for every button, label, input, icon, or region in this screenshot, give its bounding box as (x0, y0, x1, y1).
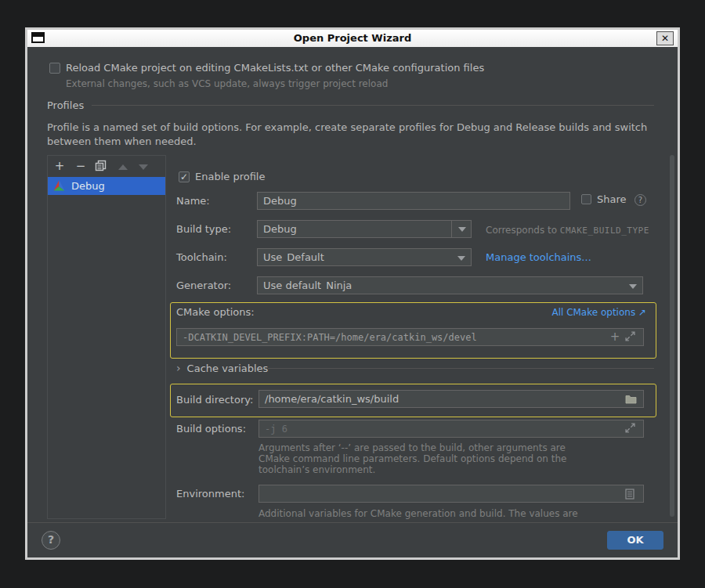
build-type-value: Debug (263, 223, 297, 235)
build-directory-input[interactable]: /home/era/catkin_ws/build (258, 390, 644, 408)
open-project-wizard-dialog: Open Project Wizard ✕ Reload CMake proje… (25, 27, 680, 560)
cmake-options-label: CMake options: (176, 306, 255, 318)
build-directory-value: /home/era/catkin_ws/build (265, 393, 399, 405)
profiles-list-panel: + − Debug (47, 155, 166, 519)
move-up-button[interactable] (118, 164, 128, 170)
profiles-description-line2: between them when needed. (47, 135, 197, 147)
remove-profile-button[interactable]: − (74, 161, 87, 173)
toolchain-label: Toolchain: (176, 251, 227, 263)
reload-cmake-note: External changes, such as VCS update, al… (66, 78, 388, 89)
profiles-section-title: Profiles (47, 99, 84, 111)
chevron-down-icon (458, 227, 466, 232)
generator-value-muted: Ninja (326, 280, 352, 291)
help-button[interactable]: ? (42, 531, 60, 550)
cmake-options-input[interactable]: -DCATKIN_DEVEL_PREFIX:PATH=/home/era/cat… (176, 328, 644, 346)
environment-variables-icon[interactable] (625, 489, 638, 501)
move-down-button[interactable] (139, 164, 148, 170)
enable-profile-checkbox[interactable]: ✓ (179, 171, 190, 182)
environment-label: Environment: (176, 488, 244, 500)
environment-help: Additional variables for CMake generatio… (258, 508, 578, 519)
environment-input[interactable] (258, 485, 644, 503)
generator-combobox[interactable]: Use default Ninja (257, 276, 643, 294)
dialog-title: Open Project Wizard (27, 32, 678, 44)
share-help-icon[interactable]: ? (634, 194, 646, 206)
profile-item-label: Debug (71, 180, 105, 192)
build-type-combobox[interactable]: Debug (257, 220, 472, 238)
toolchain-value-muted: Default (287, 251, 324, 263)
build-options-help-line3: toolchain’s environment. (258, 464, 375, 475)
chevron-right-icon: › (176, 362, 181, 374)
build-options-help-line2: CMake command line parameters. Default o… (258, 453, 566, 464)
name-value: Debug (263, 195, 297, 207)
build-directory-label: Build directory: (176, 394, 253, 406)
expand-editor-icon[interactable] (625, 423, 638, 435)
build-options-help-line1: Arguments after ‘--’ are passed to the b… (258, 442, 566, 453)
profiles-divider (92, 105, 654, 106)
build-options-placeholder: -j 6 (265, 424, 287, 435)
titlebar[interactable]: Open Project Wizard ✕ (27, 30, 678, 47)
enable-profile-label: Enable profile (195, 171, 265, 182)
share-checkbox[interactable] (581, 194, 591, 204)
cache-variables-divider (268, 368, 654, 369)
build-type-label: Build type: (176, 223, 231, 235)
build-type-hint: Corresponds to CMAKE_BUILD_TYPE (486, 225, 649, 236)
profiles-description-line1: Profile is a named set of build options.… (47, 121, 647, 133)
profile-list-item-debug[interactable]: Debug (48, 177, 165, 195)
chevron-down-icon (457, 256, 465, 261)
share-label: Share (597, 193, 627, 205)
toolchain-combobox[interactable]: Use Default (257, 248, 472, 266)
close-button[interactable]: ✕ (656, 31, 674, 45)
generator-label: Generator: (176, 280, 231, 291)
build-type-hint-code: CMAKE_BUILD_TYPE (560, 225, 649, 236)
name-label: Name: (176, 195, 210, 207)
cache-variables-toggle[interactable]: ›Cache variables (176, 362, 268, 374)
toolchain-value: Use (263, 251, 282, 263)
all-cmake-options-link[interactable]: All CMake options ↗ (551, 307, 646, 318)
desktop-background: { "window": { "title": "Open Project Wiz… (0, 0, 705, 588)
cmake-options-value: -DCATKIN_DEVEL_PREFIX:PATH=/home/era/cat… (183, 332, 477, 343)
vertical-scrollbar[interactable] (670, 155, 674, 517)
copy-icon (95, 160, 107, 171)
reload-cmake-checkbox[interactable] (49, 63, 60, 74)
cmake-logo-icon (53, 180, 65, 191)
build-options-input[interactable]: -j 6 (258, 420, 644, 438)
chevron-down-icon (629, 284, 637, 289)
browse-folder-icon[interactable] (625, 394, 638, 406)
generator-value: Use default (263, 280, 321, 291)
expand-editor-icon[interactable] (625, 331, 638, 344)
manage-toolchains-link[interactable]: Manage toolchains... (486, 251, 591, 263)
footer-divider (27, 522, 678, 523)
name-input[interactable]: Debug (257, 192, 570, 210)
build-type-dropdown-section[interactable] (451, 221, 471, 237)
add-profile-button[interactable]: + (53, 161, 66, 173)
build-options-label: Build options: (176, 423, 246, 435)
ok-button[interactable]: OK (607, 531, 663, 550)
copy-profile-button[interactable] (95, 160, 107, 172)
reload-cmake-label: Reload CMake project on editing CMakeLis… (66, 62, 484, 74)
add-option-icon[interactable]: + (609, 331, 621, 344)
